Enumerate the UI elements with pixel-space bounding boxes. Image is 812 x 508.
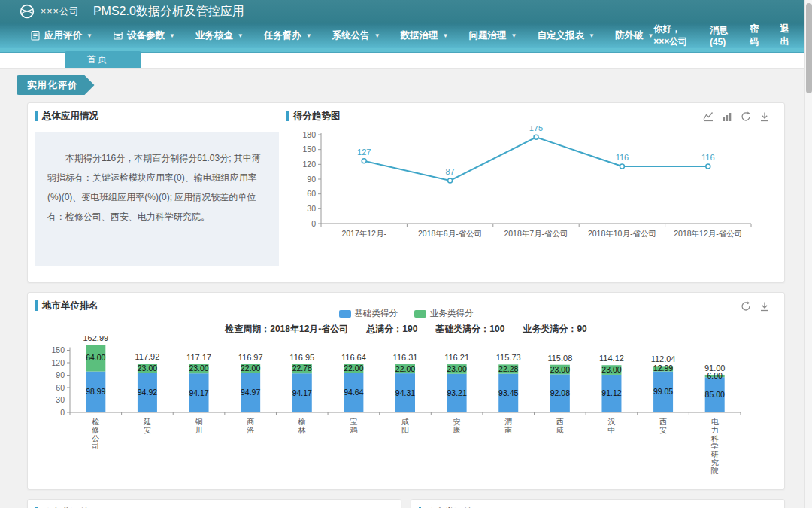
legend-swatch-biz (414, 310, 426, 318)
password-link[interactable]: 密码 (750, 23, 760, 48)
svg-text:阳: 阳 (401, 426, 409, 434)
logout-link[interactable]: 退出 (780, 23, 791, 48)
tab-bar: 首页 (0, 53, 812, 69)
nav-item-device-params[interactable]: 设备参数▼ (113, 29, 175, 42)
trend-panel-title: 得分趋势图 (286, 111, 341, 121)
svg-text:120: 120 (302, 160, 316, 169)
svg-text:修: 修 (91, 426, 99, 434)
svg-text:2018年10月-省公司: 2018年10月-省公司 (588, 229, 656, 238)
svg-text:116.64: 116.64 (341, 353, 366, 362)
svg-text:94.64: 94.64 (344, 388, 363, 397)
nav-item-custom-report[interactable]: 自定义报表▼ (537, 29, 594, 42)
chevron-down-icon: ▼ (511, 32, 517, 39)
ranking-legend: 基础类得分 业务类得分 (35, 308, 777, 319)
svg-text:商: 商 (247, 418, 254, 426)
svg-text:23.00: 23.00 (601, 365, 621, 374)
overview-panel-title: 总体应用情况 (35, 111, 279, 121)
device-icon (113, 30, 123, 41)
svg-text:93.45: 93.45 (498, 388, 518, 397)
svg-text:2018年6月-省公司: 2018年6月-省公司 (418, 229, 482, 238)
svg-text:116.31: 116.31 (393, 353, 418, 362)
chevron-down-icon: ▼ (86, 32, 92, 39)
svg-text:98.99: 98.99 (86, 387, 105, 396)
company-name: ×××公司 (41, 5, 80, 18)
chevron-down-icon: ▼ (374, 32, 380, 39)
svg-text:91.12: 91.12 (601, 388, 621, 397)
svg-text:94.31: 94.31 (395, 388, 415, 397)
svg-text:科: 科 (711, 434, 719, 443)
svg-text:60: 60 (56, 383, 65, 392)
tab-home[interactable]: 首页 (65, 51, 141, 68)
nav-item-data-governance[interactable]: 数据治理▼ (401, 29, 449, 42)
svg-text:94.17: 94.17 (292, 388, 312, 397)
svg-text:22.00: 22.00 (395, 364, 415, 373)
refresh-icon[interactable] (740, 300, 752, 312)
bar-chart-icon[interactable] (721, 111, 733, 123)
line-chart-icon[interactable] (702, 111, 714, 123)
svg-text:23.00: 23.00 (550, 365, 570, 374)
svg-text:90: 90 (307, 175, 316, 184)
download-icon[interactable] (759, 111, 771, 123)
svg-text:114.12: 114.12 (599, 354, 624, 363)
svg-text:0: 0 (60, 408, 65, 417)
svg-text:175: 175 (529, 126, 543, 132)
svg-text:安: 安 (144, 426, 151, 434)
by-profession-card: 按专业汇总 总满分：190 输电满分：41 变电满分：51 配电满分：54 其他… (27, 499, 401, 508)
legend-item-biz: 业务类得分 (414, 308, 474, 319)
scrollbar-thumb[interactable] (806, 3, 812, 93)
nav-item-problem-governance[interactable]: 问题治理▼ (469, 29, 517, 42)
svg-text:116: 116 (701, 153, 715, 162)
svg-text:30: 30 (56, 395, 65, 404)
nav-item-anti-damage[interactable]: 防外破▼ (615, 29, 653, 42)
ranking-panel-title: 地市单位排名 (35, 300, 98, 311)
ranking-meta: 检查周期：2018年12月-省公司 总满分：190 基础类满分：100 业务类满… (35, 323, 777, 336)
nav-item-task-supervise[interactable]: 任务督办▼ (264, 29, 312, 42)
svg-text:0: 0 (311, 219, 316, 228)
svg-text:司: 司 (92, 442, 99, 450)
svg-text:宝: 宝 (350, 418, 357, 426)
nav-item-business-check[interactable]: 业务核查▼ (195, 29, 244, 42)
svg-text:64.00: 64.00 (86, 353, 105, 362)
nav-item-app-eval[interactable]: 应用评价▼ (30, 29, 92, 42)
ranking-bar-chart: 030609012015098.9964.00162.99检修公司94.9223… (35, 336, 777, 483)
chevron-down-icon: ▼ (306, 32, 312, 39)
svg-text:林: 林 (298, 426, 306, 434)
refresh-icon[interactable] (740, 111, 752, 123)
main-nav: 应用评价▼ 设备参数▼ 业务核查▼ 任务督办▼ 系统公告▼ 数据治理▼ 问题治理… (0, 23, 812, 48)
svg-text:162.99: 162.99 (83, 336, 108, 342)
svg-text:23.00: 23.00 (189, 364, 208, 373)
svg-text:西: 西 (659, 418, 667, 426)
svg-text:99.05: 99.05 (653, 387, 673, 396)
svg-text:22.28: 22.28 (498, 364, 518, 373)
company-logo-icon (20, 4, 35, 19)
svg-text:116: 116 (616, 153, 629, 162)
svg-text:115.73: 115.73 (496, 353, 521, 362)
svg-text:咸: 咸 (401, 418, 409, 426)
app-title: PMS2.0数据分析及管控应用 (93, 4, 244, 20)
svg-text:西: 西 (556, 418, 564, 426)
by-category-card: 按大类汇总 总满分：190 基础类满分：60 业务类满分：90 系统类满分：0 (411, 499, 785, 508)
download-icon[interactable] (759, 300, 771, 312)
svg-text:117.17: 117.17 (186, 353, 211, 362)
chevron-down-icon: ▼ (238, 32, 244, 39)
svg-text:铜: 铜 (195, 418, 203, 426)
chevron-down-icon: ▼ (589, 32, 595, 39)
nav-item-system-notice[interactable]: 系统公告▼ (332, 29, 380, 42)
svg-text:22.00: 22.00 (241, 364, 260, 373)
trend-line-chart: 03060901201501802017年12月-2018年6月-省公司2018… (286, 126, 777, 254)
svg-text:延: 延 (143, 418, 151, 426)
svg-text:检: 检 (92, 418, 99, 426)
svg-text:60: 60 (307, 189, 316, 198)
svg-text:2018年12月-省公司: 2018年12月-省公司 (674, 229, 742, 238)
chevron-down-icon: ▼ (443, 32, 449, 39)
page-scrollbar[interactable] (804, 0, 812, 508)
svg-text:研: 研 (711, 450, 719, 458)
legend-item-base: 基础类得分 (339, 308, 398, 319)
svg-text:究: 究 (711, 458, 719, 467)
messages-link[interactable]: 消息(45) (710, 24, 730, 47)
chevron-down-icon: ▼ (169, 32, 175, 39)
svg-text:洛: 洛 (247, 426, 254, 434)
svg-text:115.08: 115.08 (547, 354, 572, 363)
svg-text:汉: 汉 (607, 418, 615, 426)
svg-text:电: 电 (711, 418, 720, 426)
